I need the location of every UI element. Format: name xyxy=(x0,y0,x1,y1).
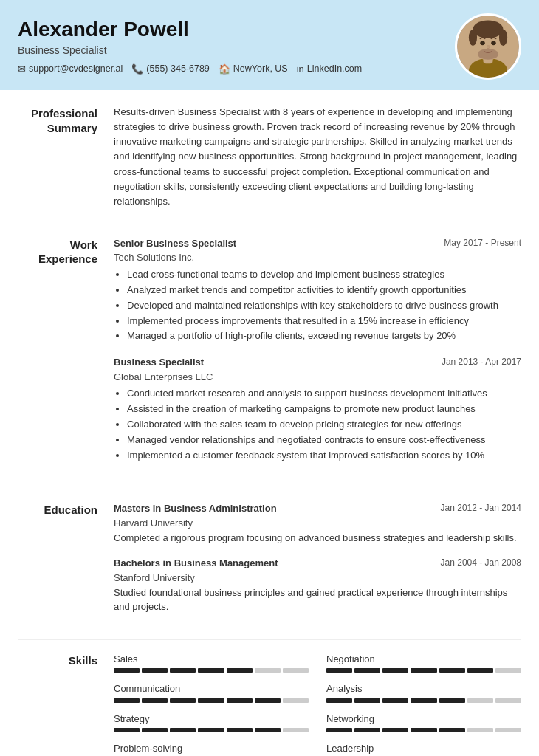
job-bullet: Assisted in the creation of marketing ca… xyxy=(127,402,521,416)
job-bullet: Managed vendor relationships and negotia… xyxy=(127,433,521,447)
job-title: Senior Business Specialist xyxy=(114,236,236,251)
skill-dash-filled xyxy=(227,698,253,703)
job-item: Senior Business SpecialistMay 2017 - Pre… xyxy=(114,236,521,343)
skill-dash-filled xyxy=(354,728,380,732)
edu-header: Masters in Business AdministrationJan 20… xyxy=(114,501,521,516)
skills-grid: SalesNegotiationCommunicationAnalysisStr… xyxy=(114,652,521,756)
edu-date: Jan 2004 - Jan 2008 xyxy=(441,556,521,571)
education-section: Education Masters in Business Administra… xyxy=(18,501,521,625)
svg-point-6 xyxy=(499,30,507,46)
main-content: ProfessionalSummary Results-driven Busin… xyxy=(0,90,539,756)
edu-degree: Masters in Business Administration xyxy=(114,501,277,516)
svg-point-7 xyxy=(480,41,485,46)
skill-name: Sales xyxy=(114,652,309,667)
skill-dash-filled xyxy=(439,698,465,703)
skill-dash-filled xyxy=(382,698,408,703)
skill-bar xyxy=(114,698,309,703)
svg-point-4 xyxy=(473,21,503,38)
work-content: Senior Business SpecialistMay 2017 - Pre… xyxy=(114,236,521,474)
skill-dash-filled xyxy=(170,698,196,703)
skill-dash-empty xyxy=(283,668,309,673)
edu-degree: Bachelors in Business Management xyxy=(114,556,278,571)
job-bullet: Analyzed market trends and competitor ac… xyxy=(127,284,521,298)
skill-dash-empty xyxy=(467,698,493,703)
skill-dash-filled xyxy=(114,698,140,703)
job-bullet: Implemented process improvements that re… xyxy=(127,315,521,329)
skill-dash-filled xyxy=(382,668,408,673)
skill-item: Sales xyxy=(114,652,309,673)
phone-icon: 📞 xyxy=(131,63,143,75)
skill-dash-empty xyxy=(283,698,309,703)
summary-content: Results-driven Business Specialist with … xyxy=(114,105,521,209)
job-bullets: Conducted market research and analysis t… xyxy=(114,387,521,462)
skill-dash-filled xyxy=(439,728,465,732)
job-bullet: Lead cross-functional teams to develop a… xyxy=(127,268,521,282)
contact-bar: ✉ support@cvdesigner.ai 📞 (555) 345-6789… xyxy=(18,63,362,75)
job-bullet: Conducted market research and analysis t… xyxy=(127,387,521,401)
skill-item: Communication xyxy=(114,681,309,703)
skill-dash-filled xyxy=(142,698,168,703)
skill-bar xyxy=(326,728,521,732)
email-icon: ✉ xyxy=(18,63,26,75)
skill-item: Leadership xyxy=(326,741,521,756)
skill-dash-filled xyxy=(411,668,436,673)
edu-item: Masters in Business AdministrationJan 20… xyxy=(114,501,521,546)
skill-dash-filled xyxy=(198,728,224,732)
skill-dash-filled xyxy=(227,668,253,673)
skill-name: Problem-solving xyxy=(114,741,309,756)
skill-bar xyxy=(326,668,521,673)
skill-dash-filled xyxy=(142,668,168,673)
edu-item: Bachelors in Business ManagementJan 2004… xyxy=(114,556,521,614)
divider-1 xyxy=(18,224,521,224)
skill-dash-filled xyxy=(198,668,224,673)
skill-dash-filled xyxy=(439,668,465,673)
summary-label: ProfessionalSummary xyxy=(18,105,114,209)
edu-desc: Completed a rigorous program focusing on… xyxy=(114,532,521,546)
job-bullet: Managed a portfolio of high-profile clie… xyxy=(127,329,521,343)
skill-dash-filled xyxy=(411,728,436,732)
skill-dash-empty xyxy=(495,728,521,732)
skill-dash-filled xyxy=(354,668,380,673)
work-experience-section: WorkExperience Senior Business Specialis… xyxy=(18,236,521,474)
job-bullets: Lead cross-functional teams to develop a… xyxy=(114,268,521,343)
location-contact: 🏠 NewYork, US xyxy=(219,63,288,75)
skill-dash-filled xyxy=(382,728,408,732)
skill-dash-filled xyxy=(114,668,140,673)
edu-desc: Studied foundational business principles… xyxy=(114,586,521,614)
job-header: Business SpecialistJan 2013 - Apr 2017 xyxy=(114,355,521,370)
summary-text: Results-driven Business Specialist with … xyxy=(114,105,521,209)
divider-2 xyxy=(18,489,521,489)
skill-dash-filled xyxy=(170,728,196,732)
skill-dash-filled xyxy=(354,698,380,703)
skill-name: Analysis xyxy=(326,681,521,696)
header: Alexander Powell Business Specialist ✉ s… xyxy=(0,0,539,90)
job-bullet: Collaborated with the sales team to deve… xyxy=(127,418,521,432)
candidate-name: Alexander Powell xyxy=(18,18,362,41)
job-date: Jan 2013 - Apr 2017 xyxy=(442,355,521,368)
skill-name: Networking xyxy=(326,712,521,726)
education-content: Masters in Business AdministrationJan 20… xyxy=(114,501,521,625)
skill-item: Networking xyxy=(326,712,521,733)
edu-school: Stanford University xyxy=(114,571,521,585)
skill-dash-empty xyxy=(255,668,281,673)
skill-dash-empty xyxy=(495,668,521,673)
skill-item: Analysis xyxy=(326,681,521,703)
linkedin-value: LinkedIn.com xyxy=(307,63,362,74)
skill-dash-filled xyxy=(326,728,352,732)
job-item: Business SpecialistJan 2013 - Apr 2017Gl… xyxy=(114,355,521,462)
skill-dash-filled xyxy=(170,668,196,673)
skills-content: SalesNegotiationCommunicationAnalysisStr… xyxy=(114,652,521,756)
skills-section: Skills SalesNegotiationCommunicationAnal… xyxy=(18,652,521,756)
skill-name: Strategy xyxy=(114,712,309,726)
phone-value: (555) 345-6789 xyxy=(146,63,209,74)
skill-bar xyxy=(114,668,309,673)
work-label: WorkExperience xyxy=(18,236,114,474)
skill-dash-filled xyxy=(326,698,352,703)
svg-point-5 xyxy=(469,30,477,46)
linkedin-icon: in xyxy=(297,63,304,75)
job-title: Business Specialist xyxy=(114,355,204,370)
profile-photo xyxy=(455,13,521,80)
svg-point-8 xyxy=(491,41,496,46)
skill-bar xyxy=(326,698,521,703)
edu-date: Jan 2012 - Jan 2014 xyxy=(441,501,521,516)
